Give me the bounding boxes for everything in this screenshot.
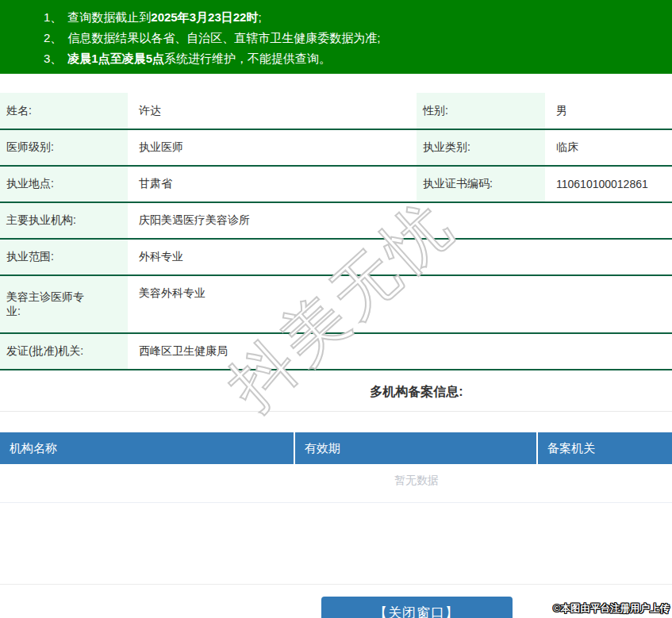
notice-line-3-bold: 凌晨1点至凌晨5点 [67,52,164,65]
filing-table-header: 机构名称 有效期 备案机关 [0,432,672,464]
column-header-institution-name: 机构名称 [0,432,294,464]
practice-category-value: 临床 [545,129,672,166]
practice-location-label: 执业地点: [0,166,128,202]
doctor-level-value: 执业医师 [128,129,417,166]
practice-location-value: 甘肃省 [128,166,417,202]
spacer [0,503,672,584]
notice-line-1-tail: ; [258,10,261,24]
cosmetic-chief-specialty-label: 美容主诊医师专业: [0,275,128,333]
page-container: 1、查询数据截止到2025年3月23日22时; 2、信息数据结果以各省、自治区、… [0,0,672,618]
certificate-number-value: 110610100012861 [545,166,672,202]
table-row: 医师级别: 执业医师 执业类别: 临床 [0,129,672,166]
column-header-validity-period: 有效期 [294,432,536,464]
copyright-stamp: ©本图由平台注册用户上传 [553,602,670,616]
notice-line-3-number: 3、 [44,52,62,65]
practitioner-info-table: 姓名: 许达 性别: 男 医师级别: 执业医师 执业类别: 临床 执业地点: 甘… [0,93,672,370]
notice-line-2-number: 2、 [44,31,62,44]
certificate-number-label: 执业证书编码: [417,166,545,202]
table-row: 主要执业机构: 庆阳美遇医疗美容诊所 [0,202,672,239]
practice-scope-label: 执业范围: [0,239,128,275]
notice-line-3-tail: 系统进行维护，不能提供查询。 [164,52,331,65]
doctor-level-label: 医师级别: [0,129,128,166]
notice-banner: 1、查询数据截止到2025年3月23日22时; 2、信息数据结果以各省、自治区、… [0,0,672,74]
issuing-authority-label: 发证(批准)机关: [0,333,128,370]
column-header-filing-authority: 备案机关 [536,432,672,464]
main-institution-label: 主要执业机构: [0,202,128,239]
cosmetic-chief-specialty-value: 美容外科专业 [128,275,672,333]
divider [0,411,672,412]
notice-line-2-text: 信息数据结果以各省、自治区、直辖市卫生健康委数据为准; [67,31,380,44]
name-value: 许达 [128,93,417,129]
close-window-button[interactable]: 【关闭窗口】 [321,597,513,618]
practice-scope-value: 外科专业 [128,239,672,275]
table-row: 姓名: 许达 性别: 男 [0,93,672,129]
table-row: 执业范围: 外科专业 [0,239,672,275]
issuing-authority-value: 西峰区卫生健康局 [128,333,672,370]
name-label: 姓名: [0,93,128,129]
notice-line-1-bold: 2025年3月23日22时 [151,10,258,24]
gender-value: 男 [545,93,672,129]
gender-label: 性别: [417,93,545,129]
table-row: 执业地点: 甘肃省 执业证书编码: 110610100012861 [0,166,672,202]
main-institution-value: 庆阳美遇医疗美容诊所 [128,202,672,239]
empty-data-message: 暂无数据 [0,464,672,503]
notice-line-2: 2、信息数据结果以各省、自治区、直辖市卫生健康委数据为准; [44,28,672,48]
notice-line-3: 3、凌晨1点至凌晨5点系统进行维护，不能提供查询。 [44,48,672,69]
notice-line-1-text: 查询数据截止到 [67,10,151,24]
table-row: 发证(批准)机关: 西峰区卫生健康局 [0,333,672,370]
notice-line-1: 1、查询数据截止到2025年3月23日22时; [44,7,672,28]
practice-category-label: 执业类别: [417,129,545,166]
filing-section-title: 多机构备案信息: [0,384,672,401]
table-row: 美容主诊医师专业: 美容外科专业 [0,275,672,333]
notice-line-1-number: 1、 [44,10,62,24]
